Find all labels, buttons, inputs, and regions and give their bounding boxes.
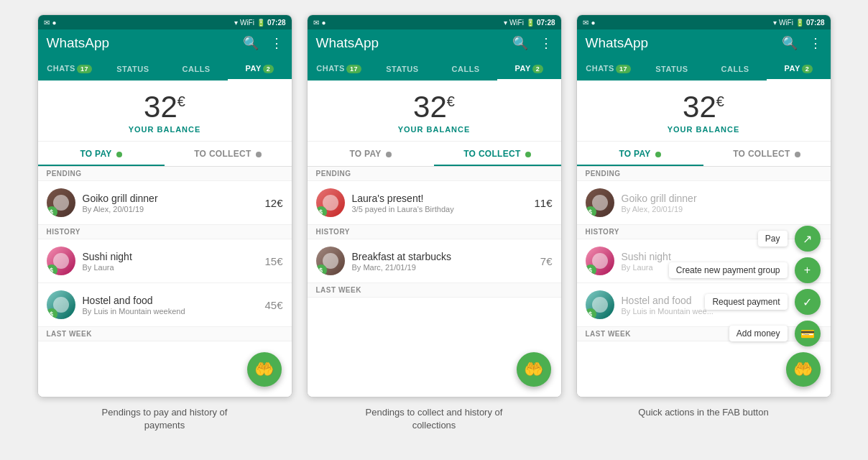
badge-chats: 17	[346, 65, 361, 73]
avatar-dollar-icon: $	[316, 206, 327, 217]
status-time: 07:28	[806, 19, 825, 27]
section-header: PENDING	[577, 167, 831, 181]
fab-button[interactable]: 🤲	[247, 352, 282, 387]
section-subheader: LAST WEEK	[308, 283, 561, 298]
sub-tab-dot	[795, 152, 800, 157]
balance-section: 32€ YOUR BALANCE	[308, 80, 561, 142]
item-info: Hostel and food By Luis in Mountain week…	[83, 295, 258, 316]
quick-action-button[interactable]: 💳	[795, 321, 821, 346]
sub-tab-to-collect[interactable]: TO COLLECT	[703, 142, 831, 166]
quick-action-button[interactable]: +	[795, 257, 821, 283]
list-item: $ Goiko grill dinner By Alex, 20/01/19	[577, 181, 831, 225]
nav-tab-status[interactable]: STATUS	[371, 58, 434, 80]
item-title: Breakfast at starbucks	[352, 251, 533, 262]
item-title: Goiko grill dinner	[83, 193, 258, 204]
sub-tab-to-collect[interactable]: TO COLLECT	[165, 142, 292, 166]
nav-tab-calls[interactable]: CALLS	[165, 58, 228, 80]
nav-tab-calls[interactable]: CALLS	[703, 58, 767, 80]
nav-tab-status[interactable]: STATUS	[640, 58, 703, 80]
balance-currency: €	[447, 93, 455, 109]
app-title: WhatsApp	[316, 35, 379, 51]
nav-tab-status[interactable]: STATUS	[101, 58, 165, 80]
search-icon[interactable]: 🔍	[243, 35, 259, 51]
sub-tabs: TO PAY TO COLLECT	[38, 142, 292, 167]
phone-wrapper-phone3: ✉ ● ▾ WiFi 🔋 07:28 WhatsApp 🔍 ⋮ CHATS17S…	[576, 14, 831, 419]
more-icon[interactable]: ⋮	[809, 35, 822, 51]
badge-pay: 2	[802, 65, 813, 73]
sub-tab-to-collect[interactable]: TO COLLECT	[434, 142, 561, 166]
header-icons: 🔍 ⋮	[512, 35, 553, 51]
dot-icon: ●	[591, 19, 596, 27]
signal-icon: ▾	[773, 19, 777, 27]
balance-label: YOUR BALANCE	[308, 125, 561, 134]
nav-tab-chats[interactable]: CHATS17	[38, 57, 101, 80]
section-subheader: LAST WEEK	[38, 327, 292, 341]
balance-amount: 32€	[38, 92, 292, 122]
wifi-icon: WiFi	[240, 19, 254, 27]
phone-content: 32€ YOUR BALANCE TO PAY TO COLLECT PENDI…	[308, 80, 561, 397]
dot-icon: ●	[322, 19, 326, 27]
section-header: HISTORY	[38, 225, 292, 239]
sub-tab-to-pay[interactable]: TO PAY	[577, 142, 704, 166]
phone-wrapper-phone2: ✉ ● ▾ WiFi 🔋 07:28 WhatsApp 🔍 ⋮ CHATS17S…	[307, 14, 562, 432]
avatar: $	[316, 188, 345, 217]
list-item: $ Breakfast at starbucks By Marc, 21/01/…	[308, 239, 561, 283]
balance-label: YOUR BALANCE	[577, 125, 831, 134]
phone-phone2: ✉ ● ▾ WiFi 🔋 07:28 WhatsApp 🔍 ⋮ CHATS17S…	[307, 14, 562, 397]
nav-tab-calls[interactable]: CALLS	[434, 58, 497, 80]
phones-container: ✉ ● ▾ WiFi 🔋 07:28 WhatsApp 🔍 ⋮ CHATS17S…	[37, 14, 831, 432]
balance-currency: €	[716, 93, 724, 109]
balance-amount: 32€	[308, 92, 561, 122]
avatar: $	[316, 247, 345, 275]
status-icons: ▾ WiFi 🔋 07:28	[504, 19, 555, 27]
sub-tab-dot	[256, 152, 262, 157]
nav-tab-pay[interactable]: PAY2	[228, 57, 291, 80]
item-info: Goiko grill dinner By Alex, 20/01/19	[83, 193, 258, 213]
section-header: PENDING	[38, 167, 292, 181]
phone-wrapper-phone1: ✉ ● ▾ WiFi 🔋 07:28 WhatsApp 🔍 ⋮ CHATS17S…	[37, 14, 292, 432]
item-title: Laura's present!	[352, 193, 527, 204]
sub-tab-to-pay[interactable]: TO PAY	[38, 142, 165, 166]
search-icon[interactable]: 🔍	[782, 35, 798, 51]
quick-action-icon: ✓	[803, 295, 812, 309]
fab-button[interactable]: 🤲	[517, 352, 551, 387]
avatar-dollar-icon: $	[47, 206, 57, 217]
quick-action-icon: +	[804, 264, 811, 277]
list-item: $ Sushi night By Laura 15€	[38, 239, 292, 283]
nav-tabs: CHATS17STATUSCALLSPAY2	[38, 57, 292, 80]
dot-icon: ●	[52, 19, 57, 27]
quick-action-item: Pay↗	[758, 226, 821, 252]
list-item: $ Hostel and food By Luis in Mountain we…	[38, 283, 292, 327]
content-area: PENDING $ Goiko grill dinner By Alex, 20…	[577, 167, 831, 397]
balance-amount: 32€	[577, 92, 831, 122]
search-icon[interactable]: 🔍	[512, 35, 528, 51]
item-amount: 15€	[264, 255, 282, 267]
status-bar: ✉ ● ▾ WiFi 🔋 07:28	[308, 15, 561, 29]
app-header: WhatsApp 🔍 ⋮	[577, 29, 831, 57]
item-title: Sushi night	[83, 251, 258, 262]
phone-caption: Quick actions in the FAB button	[638, 406, 768, 419]
item-subtitle: By Luis in Mountain weekend	[83, 307, 258, 316]
badge-pay: 2	[532, 65, 544, 73]
badge-chats: 17	[616, 65, 631, 73]
more-icon[interactable]: ⋮	[540, 35, 553, 51]
item-subtitle: By Marc, 21/01/19	[352, 263, 533, 272]
quick-action-button[interactable]: ↗	[795, 226, 821, 252]
section-header: HISTORY	[308, 225, 561, 239]
fab-button[interactable]: 🤲	[786, 352, 821, 387]
quick-action-button[interactable]: ✓	[795, 289, 821, 315]
nav-tab-chats[interactable]: CHATS17	[577, 57, 640, 80]
app-header: WhatsApp 🔍 ⋮	[38, 29, 292, 57]
avatar: $	[586, 247, 614, 275]
content-area: PENDING $ Goiko grill dinner By Alex, 20…	[38, 167, 292, 397]
item-amount: 45€	[264, 299, 282, 311]
more-icon[interactable]: ⋮	[270, 35, 283, 51]
nav-tab-pay[interactable]: PAY2	[767, 57, 830, 80]
balance-currency: €	[177, 93, 185, 109]
quick-action-item: Request payment✓	[705, 289, 820, 315]
badge-pay: 2	[263, 65, 274, 73]
quick-action-label: Pay	[758, 231, 788, 247]
sub-tab-to-pay[interactable]: TO PAY	[308, 142, 435, 166]
nav-tab-pay[interactable]: PAY2	[497, 57, 560, 80]
nav-tab-chats[interactable]: CHATS17	[308, 57, 371, 80]
